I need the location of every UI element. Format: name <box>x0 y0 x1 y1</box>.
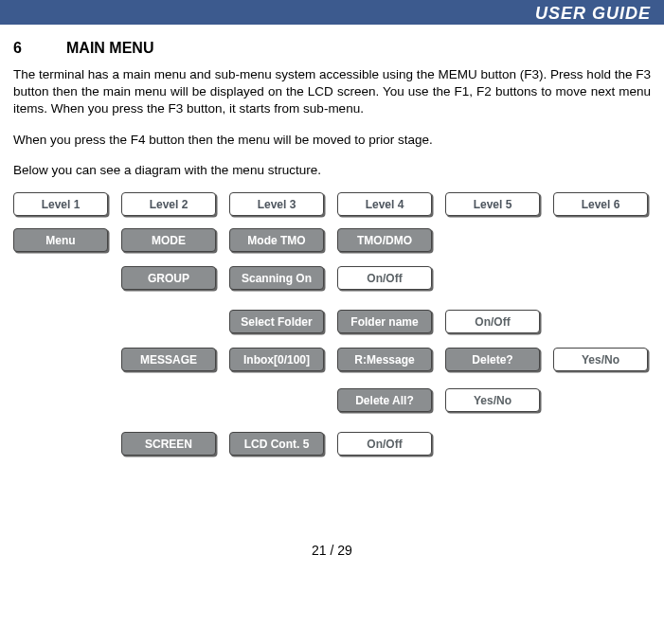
scanning-on-box: Scanning On <box>229 266 324 290</box>
level-4-header: Level 4 <box>337 192 432 216</box>
level-3-header: Level 3 <box>229 192 324 216</box>
paragraph-1: The terminal has a main menu and sub-men… <box>13 66 651 118</box>
page-number: 21 / 29 <box>0 543 664 573</box>
header-title: USER GUIDE <box>535 4 651 23</box>
header-bar: USER GUIDE <box>0 0 664 25</box>
folder-onoff-box: On/Off <box>445 310 540 333</box>
screen-box: SCREEN <box>121 432 216 456</box>
lcd-cont-box: LCD Cont. 5 <box>229 432 324 456</box>
message-box: MESSAGE <box>121 348 216 371</box>
level-6-header: Level 6 <box>553 192 648 216</box>
paragraph-2: When you press the F4 button then the me… <box>13 132 651 149</box>
mode-box: MODE <box>121 228 216 252</box>
group-box: GROUP <box>121 266 216 290</box>
msg-yesno-box: Yes/No <box>553 348 648 371</box>
level-1-header: Level 1 <box>13 192 108 216</box>
delete-all-box: Delete All? <box>337 388 432 412</box>
paragraph-3: Below you can see a diagram with the men… <box>13 162 651 179</box>
section-number: 6 <box>13 40 66 57</box>
level-5-header: Level 5 <box>445 192 540 216</box>
section-title: MAIN MENU <box>66 40 153 57</box>
level-2-header: Level 2 <box>121 192 216 216</box>
menu-box: Menu <box>13 228 108 252</box>
content-area: 6 MAIN MENU The terminal has a main menu… <box>0 25 664 495</box>
delall-yesno-box: Yes/No <box>445 388 540 412</box>
section-heading: 6 MAIN MENU <box>13 40 651 57</box>
delete-box: Delete? <box>445 348 540 371</box>
group-onoff-box: On/Off <box>337 266 432 290</box>
mode-tmo-box: Mode TMO <box>229 228 324 252</box>
screen-onoff-box: On/Off <box>337 432 432 456</box>
tmo-dmo-box: TMO/DMO <box>337 228 432 252</box>
inbox-box: Inbox[0/100] <box>229 348 324 371</box>
menu-diagram: Level 1 Level 2 Level 3 Level 4 Level 5 … <box>13 192 657 495</box>
rmessage-box: R:Message <box>337 348 432 371</box>
folder-name-box: Folder name <box>337 310 432 333</box>
select-folder-box: Select Folder <box>229 310 324 333</box>
